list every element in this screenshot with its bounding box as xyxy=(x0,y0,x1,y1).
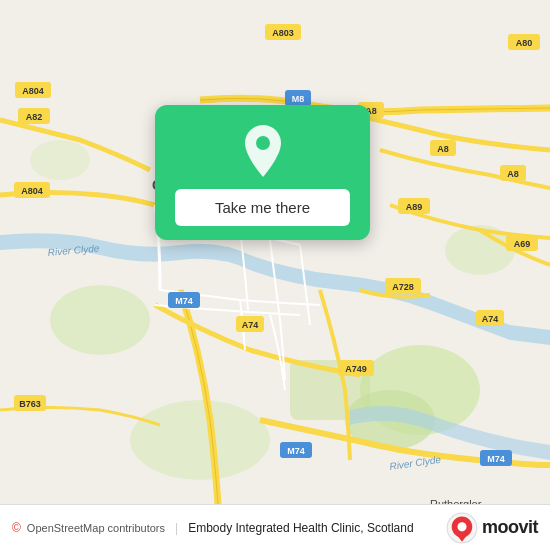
take-me-there-button[interactable]: Take me there xyxy=(175,189,350,226)
svg-text:M74: M74 xyxy=(287,446,305,456)
svg-text:A82: A82 xyxy=(26,112,43,122)
location-pin-icon xyxy=(240,123,286,179)
svg-text:A89: A89 xyxy=(406,202,423,212)
svg-text:A749: A749 xyxy=(345,364,367,374)
svg-point-4 xyxy=(130,400,270,480)
svg-text:A804: A804 xyxy=(22,86,44,96)
osm-credit: OpenStreetMap contributors xyxy=(27,522,165,534)
moovit-label: moovit xyxy=(482,517,538,538)
svg-text:A8: A8 xyxy=(507,169,519,179)
svg-text:A728: A728 xyxy=(392,282,414,292)
bottom-left-info: © OpenStreetMap contributors | Embody In… xyxy=(12,521,414,535)
svg-text:A74: A74 xyxy=(482,314,499,324)
location-popup: Take me there xyxy=(155,105,370,240)
svg-point-50 xyxy=(256,136,270,150)
openstreetmap-icon: © xyxy=(12,521,21,535)
map-background: A82 A804 A803 M8 A80 A8 A8 A8 A804 A89 A… xyxy=(0,0,550,550)
svg-text:M74: M74 xyxy=(487,454,505,464)
svg-text:M74: M74 xyxy=(175,296,193,306)
moovit-icon xyxy=(446,512,478,544)
bottom-bar: © OpenStreetMap contributors | Embody In… xyxy=(0,504,550,550)
svg-text:A804: A804 xyxy=(21,186,43,196)
svg-point-7 xyxy=(30,140,90,180)
svg-text:A803: A803 xyxy=(272,28,294,38)
location-title: Embody Integrated Health Clinic, Scotlan… xyxy=(188,521,413,535)
svg-text:A8: A8 xyxy=(437,144,449,154)
svg-text:A80: A80 xyxy=(516,38,533,48)
moovit-logo: moovit xyxy=(446,512,538,544)
svg-point-52 xyxy=(457,522,466,531)
svg-text:A74: A74 xyxy=(242,320,259,330)
svg-text:M8: M8 xyxy=(292,94,305,104)
svg-text:A69: A69 xyxy=(514,239,531,249)
map-container: A82 A804 A803 M8 A80 A8 A8 A8 A804 A89 A… xyxy=(0,0,550,550)
svg-text:B763: B763 xyxy=(19,399,41,409)
svg-point-3 xyxy=(50,285,150,355)
